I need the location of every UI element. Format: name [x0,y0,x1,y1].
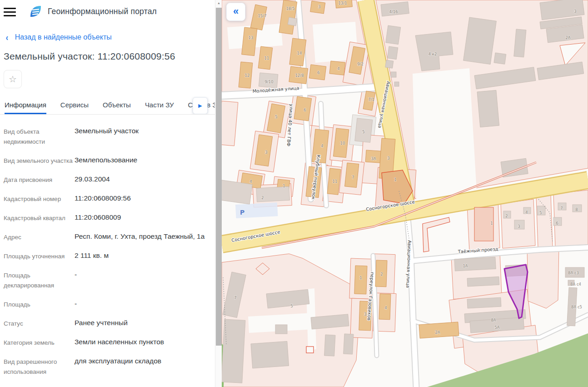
field-label: Статус [4,317,73,329]
building-label: 9/2 [357,62,364,66]
building-label: 7 [352,175,354,180]
building-label: 1 [490,221,493,226]
building-label: 2 [261,196,264,200]
building-label: 2А [565,35,570,40]
field-label: Адрес [4,231,73,242]
building-label: 3А [371,156,376,161]
building-label: 3 [364,312,366,317]
building-label: 4 [384,306,387,310]
details-panel-content: Геоинформационный портал ‹ Назад в найде… [0,0,215,387]
building-label: 14 [297,51,302,55]
scrollbar-up-arrow[interactable]: ▲ [215,1,222,7]
building-label: 6 [317,70,319,75]
field-label: Категория земель [4,337,73,348]
field-value: Земельный участок [75,126,209,147]
building-label: 4 [337,66,339,71]
building-label: 8А [491,318,496,322]
building-label: 5А [494,325,499,330]
field-value: для эксплуатации складов [75,356,209,377]
tab-4[interactable]: Части ЗУ [145,96,174,114]
tab-2[interactable]: Сервисы [60,96,89,114]
building-label: 5 [362,130,364,134]
building-label: 3 [265,150,267,155]
building-label: 2А [435,330,440,335]
field-row: Площадь уточненная2 111 кв. м [4,250,209,261]
building-label: 7/1 [368,97,374,102]
field-row: АдресРесп. Коми, г. Ухта, проезд Таежный… [4,231,209,242]
field-value: Ранее учтенный [75,317,209,329]
back-chevron-icon: ‹ [6,33,8,42]
building-label: 13/1 [338,1,347,5]
building-label: 3 [318,5,320,9]
favorite-button[interactable]: ☆ [4,70,22,88]
back-link-label: Назад в найденные объекты [15,33,112,41]
field-label: Площадь уточненная [4,250,73,261]
collapse-panel-button[interactable]: « [226,3,245,21]
tab-3[interactable]: Объекты [103,96,131,114]
building-label: 5 [290,304,293,308]
building-label: 12/8 [295,73,304,78]
field-value: - [75,298,209,310]
scrollbar-thumb[interactable] [216,8,222,346]
building-label: 1 [359,276,362,280]
building-label: 8 [575,207,578,212]
building-label: 18/5 [286,6,294,11]
parking-icon: Р [240,209,244,216]
building-label: 8А с5 [571,305,582,309]
building-label: 2 [380,272,383,276]
tab-1[interactable]: Информация [5,96,46,114]
building-label: 6 [304,108,306,112]
field-row: Кадастровый квартал11:20:0608009 [4,212,209,223]
field-row: Вид земельного участкаЗемлепользование [4,155,209,166]
field-row: Площадь- [4,298,209,310]
building-label: 1 [283,184,285,188]
field-row: Вид разрешенного использованиядля эксплу… [4,356,209,377]
hamburger-menu-icon[interactable] [4,8,16,16]
building-label: 4/16 [389,10,398,14]
back-link[interactable]: ‹ Назад в найденные объекты [5,33,215,42]
building-label: 5 [539,211,542,215]
building-label: 10 [340,141,345,146]
map-canvas[interactable]: Молодёжная улицаулица 40 лет ГВФКлубный … [222,0,588,387]
app-header: Геоинформационный портал [0,0,215,23]
building-label: 2 [314,178,316,183]
field-value: 2 111 кв. м [75,250,209,261]
street-label: Авиационная улица [405,240,412,288]
page-title: Земельный участок: 11:20:0608009:56 [4,51,215,62]
geoportal-app: Геоинформационный портал ‹ Назад в найде… [0,0,588,387]
panel-scrollbar[interactable]: ▲ [215,0,222,387]
field-label: Дата присвоения [4,174,73,185]
map-container: Молодёжная улицаулица 40 лет ГВФКлубный … [222,0,588,387]
field-value: - [75,269,209,291]
app-title: Геоинформационный портал [48,7,157,16]
app-logo-icon [29,5,42,18]
field-label: Вид разрешенного использования [4,356,73,377]
building-label: 4 [321,144,323,148]
field-label: Площадь декларированная [4,269,73,291]
field-value: Респ. Коми, г. Ухта, проезд Таежный, 1а [75,231,209,242]
star-icon: ☆ [9,75,17,84]
building-label: 3 [387,156,389,161]
field-label: Площадь [4,298,73,310]
building-label: 11 [264,56,269,60]
tab-scroll-right-button[interactable]: ▶ [193,97,208,114]
building-label: 12 [245,73,250,78]
field-row: Дата присвоения29.03.2004 [4,174,209,185]
field-label: Вид земельного участка [4,155,73,166]
details-panel: Геоинформационный портал ‹ Назад в найде… [0,0,222,387]
building-label: 4 [525,210,528,215]
double-chevron-left-icon: « [233,6,239,16]
field-label: Кадастровый номер [4,193,73,204]
field-row: Категория земельЗемли населенных пунктов [4,337,209,348]
building-label: 11 [333,179,338,184]
building-label: 13 [249,35,254,40]
field-value: 11:20:0608009:56 [75,193,209,204]
building-label: 5 [275,115,277,119]
field-row: СтатусРанее учтенный [4,317,209,329]
field-value: 11:20:0608009 [75,212,209,223]
field-row: Кадастровый номер11:20:0608009:56 [4,193,209,204]
building-label: 7 [234,296,236,300]
building-label: 6 [556,221,558,226]
field-row: Площадь декларированная- [4,269,209,291]
building-label: 2 [505,214,508,218]
